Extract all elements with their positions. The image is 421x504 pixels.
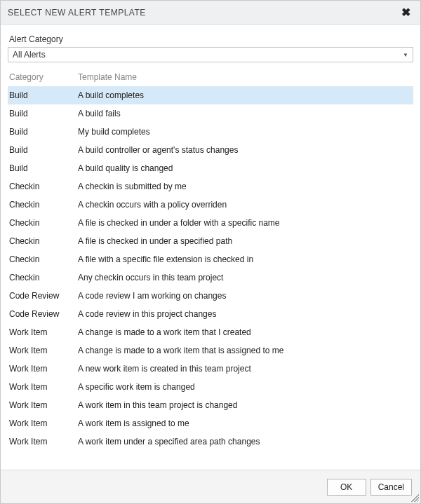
- row-category: Checkin: [8, 254, 78, 264]
- ok-button[interactable]: OK: [327, 479, 366, 496]
- row-category: Checkin: [8, 200, 78, 210]
- template-row[interactable]: Work ItemA work item under a specified a…: [8, 433, 413, 451]
- template-row[interactable]: Work ItemA change is made to a work item…: [8, 323, 413, 341]
- row-template-name: My build completes: [78, 127, 413, 137]
- row-template-name: A checkin is submitted by me: [78, 182, 413, 191]
- row-template-name: Any checkin occurs in this team project: [78, 273, 413, 282]
- row-category: Build: [8, 127, 78, 137]
- template-grid[interactable]: BuildA build completesBuildA build fails…: [8, 86, 413, 464]
- column-header-template-name: Template Name: [78, 72, 413, 82]
- alert-category-label: Alert Category: [8, 34, 413, 44]
- row-template-name: A file is checked in under a specified p…: [78, 236, 413, 246]
- close-icon[interactable]: ✖: [399, 7, 413, 18]
- row-category: Work Item: [8, 437, 78, 447]
- row-category: Checkin: [8, 236, 78, 246]
- dialog-footer: OK Cancel: [1, 470, 420, 503]
- row-category: Code Review: [8, 309, 78, 319]
- template-row[interactable]: CheckinA file is checked in under a spec…: [8, 232, 413, 250]
- row-category: Work Item: [8, 382, 78, 392]
- template-row[interactable]: BuildA build fails: [8, 104, 413, 123]
- dialog-body: Alert Category All Alerts ▼ Category Tem…: [1, 25, 420, 470]
- row-category: Build: [8, 90, 78, 100]
- grid-header: Category Template Name: [8, 69, 413, 86]
- row-category: Work Item: [8, 418, 78, 428]
- alert-category-dropdown[interactable]: All Alerts ▼: [8, 47, 413, 62]
- template-row[interactable]: CheckinA file with a specific file exten…: [8, 250, 413, 268]
- row-category: Work Item: [8, 327, 78, 337]
- resize-grip-icon[interactable]: [409, 492, 419, 502]
- alert-category-selected: All Alerts: [13, 50, 46, 60]
- row-category: Work Item: [8, 400, 78, 410]
- row-category: Build: [8, 145, 78, 155]
- template-row[interactable]: BuildA build completes: [8, 86, 413, 104]
- row-category: Code Review: [8, 291, 78, 301]
- dialog-title: SELECT NEW ALERT TEMPLATE: [8, 8, 146, 18]
- template-row[interactable]: Work ItemA new work item is created in t…: [8, 360, 413, 378]
- row-category: Checkin: [8, 182, 78, 191]
- row-template-name: A file is checked in under a folder with…: [78, 218, 413, 228]
- row-category: Work Item: [8, 364, 78, 374]
- row-template-name: A code review I am working on changes: [78, 291, 413, 301]
- template-row[interactable]: CheckinA file is checked in under a fold…: [8, 214, 413, 232]
- row-template-name: A checkin occurs with a policy overriden: [78, 200, 413, 210]
- column-header-category: Category: [8, 72, 78, 82]
- row-template-name: A build quality is changed: [78, 163, 413, 173]
- row-template-name: A work item under a specified area path …: [78, 437, 413, 447]
- template-row[interactable]: Code ReviewA code review I am working on…: [8, 287, 413, 305]
- row-template-name: A build controller or agent's status cha…: [78, 145, 413, 155]
- row-template-name: A specific work item is changed: [78, 382, 413, 392]
- row-template-name: A file with a specific file extension is…: [78, 254, 413, 264]
- row-category: Work Item: [8, 346, 78, 355]
- template-row[interactable]: Work ItemA specific work item is changed: [8, 378, 413, 396]
- row-template-name: A change is made to a work item that is …: [78, 346, 413, 355]
- template-row[interactable]: CheckinA checkin occurs with a policy ov…: [8, 196, 413, 214]
- row-template-name: A work item is assigned to me: [78, 418, 413, 428]
- row-template-name: A new work item is created in this team …: [78, 364, 413, 374]
- row-template-name: A code review in this project changes: [78, 309, 413, 319]
- template-row[interactable]: Work ItemA work item in this team projec…: [8, 396, 413, 414]
- row-template-name: A work item in this team project is chan…: [78, 400, 413, 410]
- template-row[interactable]: Work ItemA work item is assigned to me: [8, 414, 413, 433]
- row-category: Checkin: [8, 273, 78, 282]
- row-category: Checkin: [8, 218, 78, 228]
- template-row[interactable]: Work ItemA change is made to a work item…: [8, 341, 413, 360]
- template-row[interactable]: BuildA build quality is changed: [8, 159, 413, 177]
- template-row[interactable]: BuildMy build completes: [8, 123, 413, 141]
- row-category: Build: [8, 109, 78, 118]
- titlebar: SELECT NEW ALERT TEMPLATE ✖: [1, 1, 420, 25]
- template-row[interactable]: BuildA build controller or agent's statu…: [8, 141, 413, 159]
- row-template-name: A build fails: [78, 109, 413, 118]
- row-category: Build: [8, 163, 78, 173]
- select-alert-template-dialog: SELECT NEW ALERT TEMPLATE ✖ Alert Catego…: [0, 0, 421, 504]
- template-row[interactable]: Code ReviewA code review in this project…: [8, 305, 413, 323]
- cancel-button[interactable]: Cancel: [370, 479, 412, 496]
- row-template-name: A build completes: [78, 90, 413, 100]
- chevron-down-icon: ▼: [403, 52, 408, 58]
- row-template-name: A change is made to a work item that I c…: [78, 327, 413, 337]
- template-row[interactable]: CheckinA checkin is submitted by me: [8, 177, 413, 196]
- template-row[interactable]: CheckinAny checkin occurs in this team p…: [8, 268, 413, 287]
